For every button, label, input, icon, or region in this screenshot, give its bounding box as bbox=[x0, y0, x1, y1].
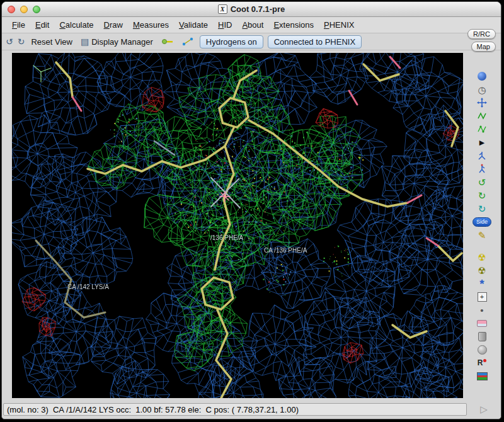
menu-draw[interactable]: Draw bbox=[99, 19, 128, 31]
rotate-cw-icon[interactable]: ↻ bbox=[474, 190, 490, 201]
eraser-icon[interactable] bbox=[474, 317, 490, 329]
radiation-icon[interactable]: ☢ bbox=[474, 251, 490, 263]
reset-view-label: Reset View bbox=[31, 37, 72, 47]
gray-sphere-icon[interactable] bbox=[474, 344, 490, 355]
reset-view-button[interactable]: Reset View bbox=[29, 37, 74, 47]
status-bar: (mol. no: 3) CA /1/A/142 LYS occ: 1.00 b… bbox=[3, 403, 467, 416]
phenix-connection-button[interactable]: Connected to PHENIX bbox=[268, 35, 362, 48]
add-atom-icon[interactable]: + bbox=[474, 291, 490, 302]
side-toolbar: ◷ ▶ ↺ ↻ ↻ Side ✎ ☢ ☢ * + bbox=[463, 50, 501, 402]
map-button[interactable]: Map bbox=[471, 42, 496, 52]
display-manager-button[interactable]: ▤ Display Manager bbox=[79, 36, 155, 47]
toolbar: ↺ ↻ Reset View ▤ Display Manager Hydroge… bbox=[2, 33, 501, 50]
red-dot-icon bbox=[483, 359, 486, 362]
flag-icon[interactable] bbox=[474, 370, 490, 382]
play-icon[interactable]: ▶ bbox=[474, 137, 490, 148]
key-icon[interactable] bbox=[159, 37, 176, 46]
menu-calculate[interactable]: Calculate bbox=[54, 19, 98, 31]
translate-cross-icon[interactable] bbox=[474, 97, 490, 108]
display-manager-label: Display Manager bbox=[91, 37, 153, 47]
menu-hid[interactable]: HID bbox=[213, 19, 237, 31]
zoom-button[interactable] bbox=[33, 6, 40, 13]
measure-distance-icon[interactable] bbox=[180, 37, 195, 47]
gl-viewport: /136 PHE/A CA /136 PHE/A CA /142 LYS/A bbox=[12, 53, 463, 398]
undo-icon[interactable]: ↺ bbox=[6, 37, 13, 47]
menu-about[interactable]: About bbox=[237, 19, 268, 31]
ghost-play-icon[interactable]: ▷ bbox=[480, 404, 488, 415]
x11-icon: X bbox=[218, 4, 227, 14]
menu-measures[interactable]: Measures bbox=[128, 19, 174, 31]
coot-window: X Coot 0.7.1-pre File Edit Calculate Dra… bbox=[1, 1, 501, 419]
titlebar[interactable]: X Coot 0.7.1-pre bbox=[2, 2, 501, 17]
regularize-icon[interactable] bbox=[474, 123, 490, 135]
molecule-canvas[interactable] bbox=[12, 53, 463, 398]
window-title-area: X Coot 0.7.1-pre bbox=[2, 4, 501, 14]
real-space-refine-icon[interactable] bbox=[474, 110, 490, 122]
menu-extensions[interactable]: Extensions bbox=[268, 19, 319, 31]
rrc-button[interactable]: R/RC bbox=[467, 29, 496, 39]
rotamer-icon[interactable]: ↻ bbox=[474, 203, 490, 214]
clock-icon[interactable]: ◷ bbox=[474, 84, 490, 95]
pencil-icon[interactable]: ✎ bbox=[474, 229, 490, 241]
side-chain-label: Side bbox=[472, 217, 491, 227]
main-area: /136 PHE/A CA /136 PHE/A CA /142 LYS/A ◷… bbox=[2, 50, 501, 402]
plus-icon: + bbox=[478, 292, 487, 302]
menu-validate[interactable]: Validate bbox=[174, 19, 213, 31]
window-controls bbox=[2, 6, 40, 13]
redo-icon[interactable]: ↻ bbox=[18, 37, 25, 47]
menu-edit[interactable]: Edit bbox=[30, 19, 54, 31]
display-manager-icon: ▤ bbox=[81, 37, 89, 47]
refmac-icon[interactable]: R bbox=[474, 357, 490, 368]
menu-phenix[interactable]: PHENIX bbox=[319, 19, 359, 31]
radiation-alt-icon[interactable]: ☢ bbox=[474, 265, 490, 276]
hydrogens-toggle-button[interactable]: Hydrogens on bbox=[200, 35, 263, 48]
delete-trash-icon[interactable] bbox=[474, 331, 490, 342]
status-row: (mol. no: 3) CA /1/A/142 LYS occ: 1.00 b… bbox=[2, 402, 501, 417]
menubar: File Edit Calculate Draw Measures Valida… bbox=[2, 17, 501, 33]
spark-icon[interactable]: * bbox=[474, 278, 490, 289]
rotate-ccw-icon[interactable]: ↺ bbox=[474, 176, 490, 188]
side-chain-button[interactable]: Side bbox=[474, 216, 490, 227]
model-sphere-icon[interactable] bbox=[474, 71, 490, 82]
dot-icon[interactable]: • bbox=[474, 304, 490, 316]
window-title: Coot 0.7.1-pre bbox=[231, 4, 285, 14]
r-label: R bbox=[478, 359, 483, 367]
status-right-area: ▷ bbox=[467, 402, 501, 417]
close-button[interactable] bbox=[8, 6, 15, 13]
auto-fit-figure-icon[interactable] bbox=[474, 163, 490, 174]
minimize-button[interactable] bbox=[20, 6, 28, 13]
rot-trans-figure-icon[interactable] bbox=[474, 150, 490, 161]
menu-file[interactable]: File bbox=[7, 19, 30, 31]
